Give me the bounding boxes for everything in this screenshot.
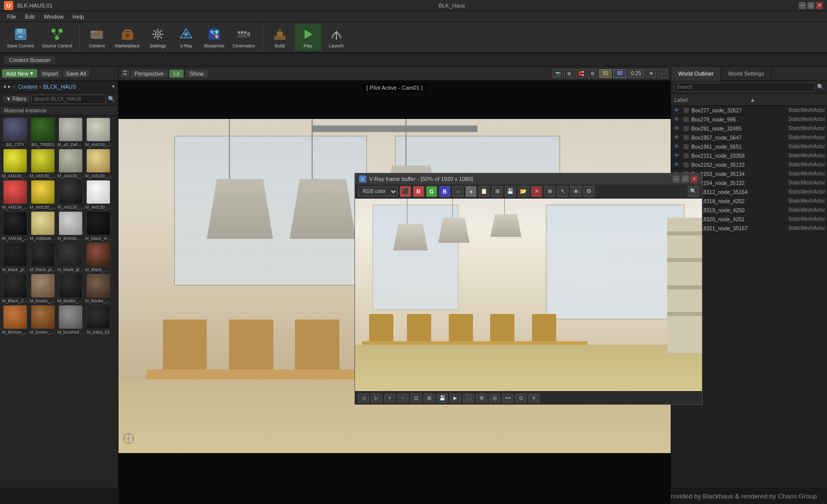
save-all-button[interactable]: Save All — [63, 70, 89, 78]
material-item[interactable]: M_AM134_35_mtl_brdf 65 Mat — [2, 211, 28, 241]
visibility-icon[interactable]: 👁 — [673, 107, 680, 114]
material-item[interactable]: M_AM130_035_001_mtl_brdf 68 Mat — [85, 117, 111, 147]
material-item[interactable]: M_brushed_mtl_brdf 89 Mat — [57, 305, 84, 335]
vray-r-channel-btn[interactable]: R — [413, 186, 424, 197]
vp-more-btn[interactable]: 0.25 — [628, 69, 644, 78]
vray-zoom-in[interactable]: + — [384, 394, 395, 403]
vp-snap-btn[interactable]: 🧲 — [576, 69, 586, 78]
window-controls[interactable]: ─ □ ✕ — [799, 2, 823, 9]
vp-fov-btn[interactable]: 90 — [613, 69, 626, 78]
material-item[interactable]: M_Black_Wood_Sticker_mtl — [85, 242, 111, 272]
vray-config-btn[interactable]: ⚙ — [583, 186, 595, 197]
vray-close-btn[interactable]: ✕ — [691, 175, 698, 182]
visibility-icon[interactable]: 👁 — [673, 143, 680, 150]
add-new-button[interactable]: Add New ▾ — [2, 69, 37, 78]
vray-color-picker-btn[interactable]: ⬛ — [400, 186, 411, 197]
material-item[interactable]: M_Books_Small_Shelf_mtl — [85, 274, 111, 303]
visibility-icon[interactable]: 👁 — [673, 134, 680, 141]
outline-row[interactable]: 👁 ⬛ Box1961_node_5651 StaticMeshActor — [671, 142, 827, 151]
material-item[interactable]: BG_CITY — [2, 117, 28, 147]
material-item[interactable]: M_Black_Ceramic_mtl_brdf 129 Mat — [2, 274, 28, 303]
material-item[interactable]: M_BAKING_brdf 6 Mat — [57, 211, 84, 241]
vray-stereo-btn[interactable]: 👓 — [502, 394, 513, 403]
visibility-icon[interactable]: 👁 — [673, 161, 680, 168]
path-expand-btn[interactable]: ▾ — [112, 83, 115, 90]
vray-red-x-btn[interactable]: ✕ — [531, 186, 542, 197]
material-item[interactable]: M_Bronze_mtl_brdf 65 Mat — [2, 305, 28, 335]
material-item[interactable]: M_AM130_035_007_mtl_brdf 65 Mat — [57, 149, 84, 178]
world-outliner-tab[interactable]: World Outliner — [671, 67, 721, 81]
outliner-search-input[interactable] — [674, 83, 815, 92]
material-item[interactable]: M_AM130_035_003_mtl_brdf 65 Mat — [2, 149, 28, 178]
vray-circle2-btn[interactable]: ● — [465, 186, 477, 197]
path-current[interactable]: BLCK_HAUS — [43, 84, 76, 90]
material-item[interactable]: M_AM130_35_archmodels52 — [30, 180, 56, 210]
material-item[interactable]: M_Books_Kitchen_mtl_brdf 102 Mat — [30, 274, 56, 303]
vray-nav-prev[interactable]: ◁ — [358, 394, 369, 403]
save-current-button[interactable]: Save Current — [4, 24, 37, 51]
vray-extra-settings-btn[interactable]: ≡ — [528, 394, 540, 403]
menu-edit[interactable]: Edit — [21, 13, 39, 21]
vray-button[interactable]: V-Ray — [173, 24, 199, 51]
material-item[interactable]: M_AM130_06_white_mtl — [85, 180, 111, 210]
viewport-menu-btn[interactable]: ☰ — [122, 70, 129, 77]
material-item[interactable]: M_Books_Main_Shelf_Test mtl brdf — [57, 274, 84, 303]
vray-save-render-btn[interactable]: 💾 — [437, 394, 448, 403]
vray-g-channel-btn[interactable]: G — [426, 186, 437, 197]
path-root[interactable]: Content — [18, 84, 38, 90]
menu-file[interactable]: File — [3, 13, 20, 21]
vp-multiplier-btn[interactable]: 50 — [599, 69, 612, 78]
material-item[interactable]: M_black_plastic_mtl_brdf 113 Mat — [2, 242, 28, 272]
vp-view-btn[interactable]: 👁 — [646, 69, 656, 78]
outline-row[interactable]: 👁 ⬛ Box277_node_32627 StaticMeshActor — [671, 106, 827, 115]
vray-stop-btn[interactable]: ⬛ — [463, 394, 474, 403]
vray-nav-next[interactable]: ▷ — [371, 394, 382, 403]
menu-window[interactable]: Window — [40, 13, 68, 21]
material-item[interactable]: M_AM130_035_005_mtl_brdf 65 Mat — [30, 149, 56, 178]
filters-button[interactable]: ▼ Filters — [3, 96, 29, 102]
vp-extra-btn[interactable]: ⋯ — [658, 69, 668, 78]
marketplace-button[interactable]: Marketplace — [112, 24, 143, 51]
vray-folder-btn[interactable]: 📂 — [518, 186, 529, 197]
outline-row[interactable]: 👁 ⬛ Box2152_node_35133 StaticMeshActor — [671, 160, 827, 169]
vray-track-btn[interactable]: ⊙ — [515, 394, 526, 403]
world-settings-tab[interactable]: World Settings — [721, 67, 772, 81]
build-button[interactable]: Build — [267, 24, 293, 51]
vray-minimize-btn[interactable]: ─ — [673, 175, 680, 182]
vray-layers-btn[interactable]: ⊞ — [492, 186, 503, 197]
close-button[interactable]: ✕ — [816, 2, 823, 9]
vray-settings2-btn[interactable]: ⚙ — [476, 394, 487, 403]
vray-crop-btn[interactable]: ⊞ — [424, 394, 435, 403]
vray-eye-btn[interactable]: 👁 — [570, 186, 581, 197]
label-column-header[interactable]: Label ▲ — [674, 97, 816, 103]
show-button[interactable]: Show — [186, 70, 208, 78]
cinematics-button[interactable]: Cinematics — [229, 24, 258, 51]
nav-up-button[interactable]: ↑ — [13, 84, 16, 90]
vray-render-btn[interactable]: ▶ — [450, 394, 461, 403]
vp-grid-btn[interactable]: ⊞ — [564, 69, 574, 78]
vray-b-channel-btn[interactable]: B — [439, 186, 450, 197]
vray-zoom-out[interactable]: − — [397, 394, 408, 403]
perspective-button[interactable]: Perspective — [131, 70, 167, 78]
vray-maximize-btn[interactable]: □ — [682, 175, 689, 182]
vp-settings-btn[interactable]: ⚙ — [587, 69, 598, 78]
material-item[interactable]: M_a3_Default_mtl_brdf 136 Mat — [57, 117, 84, 147]
vray-cursor-btn[interactable]: ↖ — [557, 186, 568, 197]
settings-button[interactable]: Settings — [145, 24, 171, 51]
import-button[interactable]: Import — [39, 70, 61, 78]
vp-camera-btn[interactable]: 📷 — [553, 69, 563, 78]
material-item[interactable]: M_AM130_04_paper_bag_mtl brdf 125 — [85, 149, 111, 178]
outline-row[interactable]: 👁 ⬛ Box2151_node_33358 StaticMeshActor — [671, 151, 827, 160]
content-browser-tab[interactable]: Content Browser — [4, 56, 55, 64]
nav-back-button[interactable]: ◂ — [3, 83, 6, 90]
minimize-button[interactable]: ─ — [799, 2, 806, 9]
vray-lens-btn[interactable]: ◎ — [489, 394, 500, 403]
vray-save-btn[interactable]: 💾 — [505, 186, 516, 197]
outline-row[interactable]: 👁 ⬛ Box291_node_32485 StaticMeshActor — [671, 124, 827, 133]
vray-zoom-btn[interactable]: 🔍 — [688, 186, 699, 197]
launch-button[interactable]: Launch — [323, 24, 349, 51]
lit-button[interactable]: Lit — [169, 70, 184, 78]
outline-row[interactable]: 👁 ⬛ Box1957_node_5647 StaticMeshActor — [671, 133, 827, 142]
material-item[interactable]: M_black_plastic_mtl_brdf 90 Mat — [57, 242, 84, 272]
source-control-button[interactable]: Source Control — [39, 24, 75, 51]
